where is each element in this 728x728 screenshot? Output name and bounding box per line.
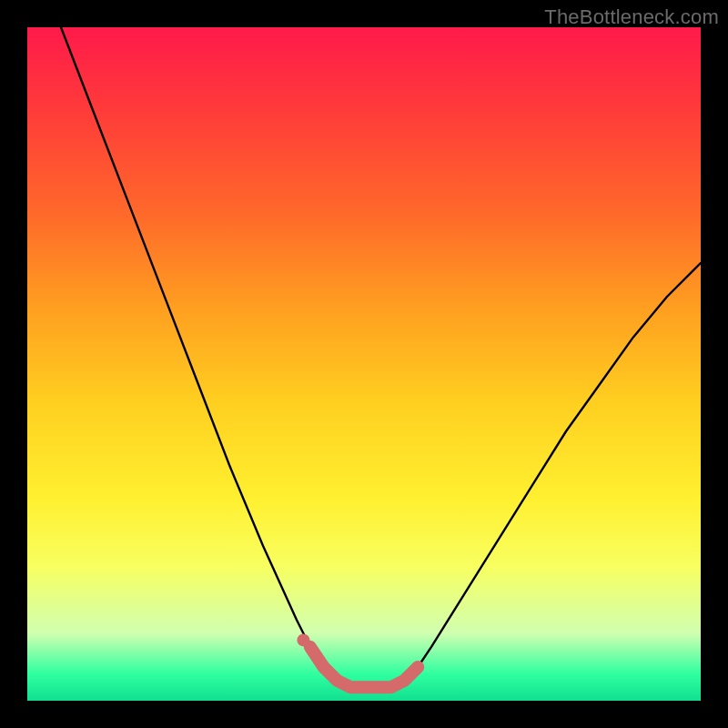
optimal-range-start-dot xyxy=(297,633,309,646)
watermark-text: TheBottleneck.com xyxy=(544,5,719,29)
chart-svg xyxy=(27,27,701,701)
bottleneck-curve xyxy=(61,27,701,687)
optimal-range-marker xyxy=(310,647,418,687)
